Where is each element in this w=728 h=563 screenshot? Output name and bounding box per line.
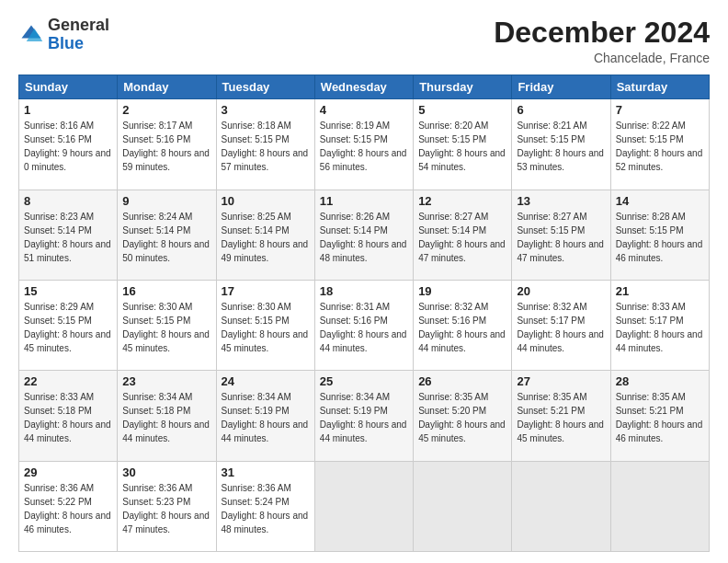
calendar-day-header: Sunday bbox=[19, 75, 118, 99]
calendar-week-row: 15Sunrise: 8:29 AMSunset: 5:15 PMDayligh… bbox=[19, 280, 710, 370]
day-info: Sunrise: 8:21 AMSunset: 5:15 PMDaylight:… bbox=[517, 119, 605, 174]
day-number: 3 bbox=[222, 103, 310, 117]
calendar-cell: 10Sunrise: 8:25 AMSunset: 5:14 PMDayligh… bbox=[216, 190, 314, 280]
calendar-cell: 17Sunrise: 8:30 AMSunset: 5:15 PMDayligh… bbox=[216, 280, 314, 370]
day-number: 7 bbox=[616, 103, 704, 117]
calendar-cell: 3Sunrise: 8:18 AMSunset: 5:15 PMDaylight… bbox=[216, 99, 314, 190]
day-info: Sunrise: 8:18 AMSunset: 5:15 PMDaylight:… bbox=[222, 119, 310, 174]
calendar-day-header: Wednesday bbox=[314, 75, 413, 99]
day-number: 1 bbox=[24, 103, 112, 117]
header: General Blue December 2024 Chancelade, F… bbox=[18, 17, 710, 65]
day-info: Sunrise: 8:29 AMSunset: 5:15 PMDaylight:… bbox=[24, 300, 112, 355]
calendar-cell: 25Sunrise: 8:34 AMSunset: 5:19 PMDayligh… bbox=[314, 371, 413, 461]
day-number: 15 bbox=[24, 284, 112, 298]
logo-general-text: General bbox=[48, 16, 109, 34]
day-number: 19 bbox=[418, 284, 506, 298]
location: Chancelade, France bbox=[494, 51, 710, 65]
calendar-cell: 12Sunrise: 8:27 AMSunset: 5:14 PMDayligh… bbox=[414, 190, 512, 280]
day-info: Sunrise: 8:31 AMSunset: 5:16 PMDaylight:… bbox=[320, 300, 408, 355]
day-number: 30 bbox=[122, 465, 210, 479]
calendar-cell: 5Sunrise: 8:20 AMSunset: 5:15 PMDaylight… bbox=[414, 99, 512, 190]
day-info: Sunrise: 8:33 AMSunset: 5:17 PMDaylight:… bbox=[616, 300, 704, 355]
logo-icon bbox=[18, 22, 44, 48]
day-info: Sunrise: 8:17 AMSunset: 5:16 PMDaylight:… bbox=[122, 119, 210, 174]
calendar-cell bbox=[610, 461, 709, 551]
calendar-header: SundayMondayTuesdayWednesdayThursdayFrid… bbox=[19, 75, 710, 99]
calendar-cell: 13Sunrise: 8:27 AMSunset: 5:15 PMDayligh… bbox=[512, 190, 610, 280]
day-info: Sunrise: 8:27 AMSunset: 5:15 PMDaylight:… bbox=[517, 210, 605, 265]
day-number: 11 bbox=[320, 194, 408, 208]
day-number: 20 bbox=[517, 284, 605, 298]
calendar-cell: 15Sunrise: 8:29 AMSunset: 5:15 PMDayligh… bbox=[19, 280, 118, 370]
day-number: 10 bbox=[222, 194, 310, 208]
day-number: 12 bbox=[418, 194, 506, 208]
calendar-cell: 24Sunrise: 8:34 AMSunset: 5:19 PMDayligh… bbox=[216, 371, 314, 461]
day-number: 29 bbox=[24, 465, 112, 479]
day-info: Sunrise: 8:24 AMSunset: 5:14 PMDaylight:… bbox=[122, 210, 210, 265]
day-info: Sunrise: 8:23 AMSunset: 5:14 PMDaylight:… bbox=[24, 210, 112, 265]
day-number: 9 bbox=[122, 194, 210, 208]
day-number: 6 bbox=[517, 103, 605, 117]
day-number: 21 bbox=[616, 284, 704, 298]
logo-text: General Blue bbox=[48, 17, 109, 53]
calendar-cell bbox=[314, 461, 413, 551]
day-info: Sunrise: 8:16 AMSunset: 5:16 PMDaylight:… bbox=[24, 119, 112, 174]
day-info: Sunrise: 8:30 AMSunset: 5:15 PMDaylight:… bbox=[122, 300, 210, 355]
calendar-cell: 22Sunrise: 8:33 AMSunset: 5:18 PMDayligh… bbox=[19, 371, 118, 461]
calendar-header-row: SundayMondayTuesdayWednesdayThursdayFrid… bbox=[19, 75, 710, 99]
day-number: 26 bbox=[418, 374, 506, 388]
calendar-cell: 6Sunrise: 8:21 AMSunset: 5:15 PMDaylight… bbox=[512, 99, 610, 190]
day-info: Sunrise: 8:34 AMSunset: 5:19 PMDaylight:… bbox=[222, 390, 310, 445]
calendar-day-header: Monday bbox=[118, 75, 216, 99]
logo: General Blue bbox=[18, 17, 109, 53]
calendar-day-header: Friday bbox=[512, 75, 610, 99]
calendar-cell: 18Sunrise: 8:31 AMSunset: 5:16 PMDayligh… bbox=[314, 280, 413, 370]
day-info: Sunrise: 8:35 AMSunset: 5:21 PMDaylight:… bbox=[616, 390, 704, 445]
day-info: Sunrise: 8:27 AMSunset: 5:14 PMDaylight:… bbox=[418, 210, 506, 265]
day-info: Sunrise: 8:28 AMSunset: 5:15 PMDaylight:… bbox=[616, 210, 704, 265]
day-number: 28 bbox=[616, 374, 704, 388]
calendar-cell: 4Sunrise: 8:19 AMSunset: 5:15 PMDaylight… bbox=[314, 99, 413, 190]
day-info: Sunrise: 8:32 AMSunset: 5:16 PMDaylight:… bbox=[418, 300, 506, 355]
day-info: Sunrise: 8:35 AMSunset: 5:21 PMDaylight:… bbox=[517, 390, 605, 445]
calendar-cell: 27Sunrise: 8:35 AMSunset: 5:21 PMDayligh… bbox=[512, 371, 610, 461]
day-number: 23 bbox=[122, 374, 210, 388]
calendar-cell: 20Sunrise: 8:32 AMSunset: 5:17 PMDayligh… bbox=[512, 280, 610, 370]
calendar-day-header: Tuesday bbox=[216, 75, 314, 99]
day-info: Sunrise: 8:19 AMSunset: 5:15 PMDaylight:… bbox=[320, 119, 408, 174]
day-info: Sunrise: 8:36 AMSunset: 5:24 PMDaylight:… bbox=[222, 481, 310, 536]
day-info: Sunrise: 8:34 AMSunset: 5:18 PMDaylight:… bbox=[122, 390, 210, 445]
day-info: Sunrise: 8:34 AMSunset: 5:19 PMDaylight:… bbox=[320, 390, 408, 445]
day-number: 18 bbox=[320, 284, 408, 298]
day-number: 16 bbox=[122, 284, 210, 298]
day-number: 5 bbox=[418, 103, 506, 117]
day-info: Sunrise: 8:22 AMSunset: 5:15 PMDaylight:… bbox=[616, 119, 704, 174]
day-info: Sunrise: 8:36 AMSunset: 5:23 PMDaylight:… bbox=[122, 481, 210, 536]
calendar-body: 1Sunrise: 8:16 AMSunset: 5:16 PMDaylight… bbox=[19, 99, 710, 552]
calendar: SundayMondayTuesdayWednesdayThursdayFrid… bbox=[18, 75, 710, 552]
calendar-cell: 9Sunrise: 8:24 AMSunset: 5:14 PMDaylight… bbox=[118, 190, 216, 280]
page: General Blue December 2024 Chancelade, F… bbox=[0, 0, 728, 563]
calendar-week-row: 22Sunrise: 8:33 AMSunset: 5:18 PMDayligh… bbox=[19, 371, 710, 461]
calendar-cell: 28Sunrise: 8:35 AMSunset: 5:21 PMDayligh… bbox=[610, 371, 709, 461]
title-block: December 2024 Chancelade, France bbox=[494, 17, 710, 65]
logo-blue-text: Blue bbox=[48, 34, 84, 52]
day-number: 25 bbox=[320, 374, 408, 388]
day-number: 22 bbox=[24, 374, 112, 388]
calendar-cell: 8Sunrise: 8:23 AMSunset: 5:14 PMDaylight… bbox=[19, 190, 118, 280]
day-info: Sunrise: 8:30 AMSunset: 5:15 PMDaylight:… bbox=[222, 300, 310, 355]
day-info: Sunrise: 8:20 AMSunset: 5:15 PMDaylight:… bbox=[418, 119, 506, 174]
calendar-week-row: 29Sunrise: 8:36 AMSunset: 5:22 PMDayligh… bbox=[19, 461, 710, 551]
day-info: Sunrise: 8:36 AMSunset: 5:22 PMDaylight:… bbox=[24, 481, 112, 536]
calendar-cell: 26Sunrise: 8:35 AMSunset: 5:20 PMDayligh… bbox=[414, 371, 512, 461]
calendar-week-row: 1Sunrise: 8:16 AMSunset: 5:16 PMDaylight… bbox=[19, 99, 710, 190]
day-number: 14 bbox=[616, 194, 704, 208]
calendar-cell: 21Sunrise: 8:33 AMSunset: 5:17 PMDayligh… bbox=[610, 280, 709, 370]
calendar-cell: 1Sunrise: 8:16 AMSunset: 5:16 PMDaylight… bbox=[19, 99, 118, 190]
day-number: 2 bbox=[122, 103, 210, 117]
day-info: Sunrise: 8:25 AMSunset: 5:14 PMDaylight:… bbox=[222, 210, 310, 265]
calendar-cell: 14Sunrise: 8:28 AMSunset: 5:15 PMDayligh… bbox=[610, 190, 709, 280]
calendar-week-row: 8Sunrise: 8:23 AMSunset: 5:14 PMDaylight… bbox=[19, 190, 710, 280]
calendar-cell: 30Sunrise: 8:36 AMSunset: 5:23 PMDayligh… bbox=[118, 461, 216, 551]
day-number: 24 bbox=[222, 374, 310, 388]
